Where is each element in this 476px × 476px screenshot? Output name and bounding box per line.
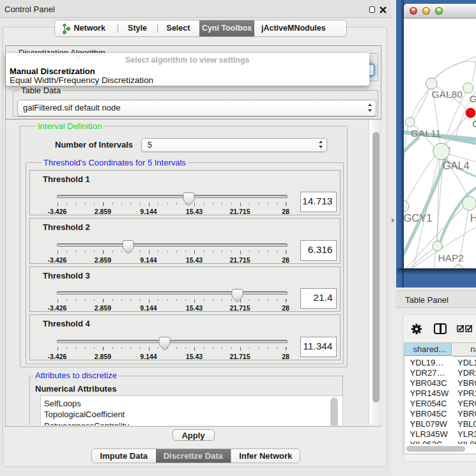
svg-text:HIS4: HIS4: [470, 211, 476, 223]
svg-text:GAL80: GAL80: [432, 89, 463, 100]
svg-text:GAL4: GAL4: [470, 93, 476, 104]
svg-text:GAL11: GAL11: [411, 128, 441, 139]
svg-text:GCY1: GCY1: [404, 211, 432, 223]
svg-text:HAP2: HAP2: [438, 252, 464, 263]
svg-text:CRP1: CRP1: [472, 118, 476, 128]
svg-text:GAL4: GAL4: [443, 159, 470, 171]
